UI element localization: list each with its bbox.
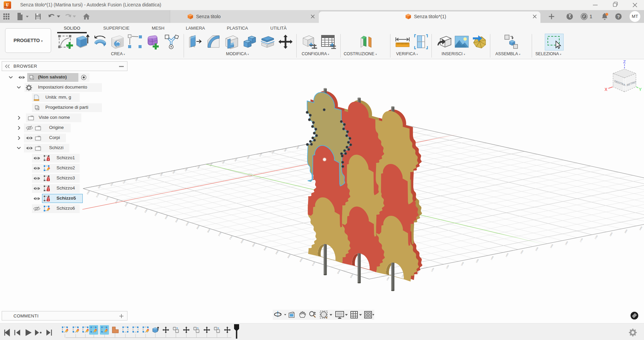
- svg-text:3100: 3100: [311, 262, 315, 266]
- svg-text:2300: 2300: [134, 205, 138, 210]
- svg-text:2400: 2400: [154, 212, 158, 216]
- svg-text:3200: 3200: [337, 270, 341, 274]
- svg-text:3250: 3250: [350, 274, 354, 278]
- svg-text:2950: 2950: [275, 250, 279, 255]
- svg-text:1500: 1500: [520, 250, 524, 254]
- svg-text:2900: 2900: [263, 246, 267, 251]
- svg-text:2750: 2750: [229, 236, 233, 240]
- svg-text:2650: 2650: [207, 229, 211, 233]
- svg-text:1750: 1750: [594, 235, 598, 240]
- svg-text:1800: 1800: [609, 232, 613, 237]
- svg-text:1700: 1700: [579, 238, 583, 243]
- svg-text:1550: 1550: [535, 247, 539, 251]
- svg-text:2600: 2600: [196, 225, 200, 230]
- svg-text:1850: 1850: [624, 229, 628, 234]
- svg-text:1200: 1200: [430, 268, 434, 272]
- svg-text:2800: 2800: [240, 239, 244, 244]
- svg-text:X: X: [605, 87, 608, 92]
- svg-text:2850: 2850: [252, 243, 256, 247]
- svg-text:2350: 2350: [144, 209, 148, 213]
- svg-text:1650: 1650: [565, 241, 569, 246]
- svg-text:1350: 1350: [475, 259, 479, 263]
- svg-text:?: ?: [617, 14, 620, 19]
- svg-text:Y: Y: [639, 87, 642, 92]
- svg-text:1300: 1300: [460, 262, 464, 266]
- svg-text:2450: 2450: [164, 215, 168, 220]
- svg-text:Z: Z: [623, 59, 626, 64]
- svg-text:1250: 1250: [446, 265, 450, 269]
- svg-text:3050: 3050: [299, 258, 303, 263]
- svg-text:2700: 2700: [218, 232, 222, 237]
- svg-text:1900: 1900: [639, 226, 643, 231]
- svg-text:2550: 2550: [185, 222, 189, 226]
- svg-text:1600: 1600: [550, 244, 554, 248]
- svg-text:FUS: FUS: [4, 7, 7, 8]
- svg-text:1450: 1450: [505, 253, 509, 258]
- svg-text:3000: 3000: [287, 254, 291, 259]
- svg-text:2500: 2500: [175, 218, 179, 223]
- svg-text:1050: 1050: [386, 276, 390, 281]
- svg-text:1400: 1400: [490, 256, 494, 261]
